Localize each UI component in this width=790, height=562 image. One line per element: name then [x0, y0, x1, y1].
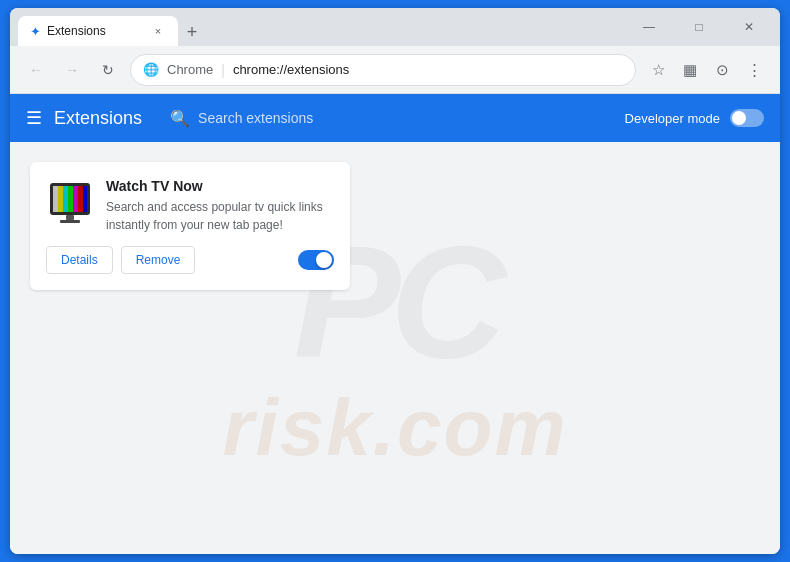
svg-rect-7: [78, 186, 83, 212]
tab-strip: ✦ Extensions × +: [18, 8, 622, 46]
extensions-header: ☰ Extensions 🔍 Developer mode: [10, 94, 780, 142]
secure-icon: 🌐: [143, 62, 159, 77]
address-bar-icons: ☆ ▦ ⊙ ⋮: [644, 56, 768, 84]
search-icon: 🔍: [170, 109, 190, 128]
close-button[interactable]: ✕: [726, 12, 772, 42]
back-button[interactable]: ←: [22, 56, 50, 84]
svg-rect-6: [73, 186, 78, 212]
new-tab-button[interactable]: +: [178, 18, 206, 46]
minimize-button[interactable]: —: [626, 12, 672, 42]
extension-toggle-knob: [316, 252, 332, 268]
extension-name: Watch TV Now: [106, 178, 334, 194]
title-bar: ✦ Extensions × + — □ ✕: [10, 8, 780, 46]
tab-close-button[interactable]: ×: [150, 23, 166, 39]
omnibox[interactable]: 🌐 Chrome | chrome://extensions: [130, 54, 636, 86]
extension-description: Search and access popular tv quick links…: [106, 198, 334, 234]
svg-rect-4: [63, 186, 68, 212]
svg-rect-2: [53, 186, 58, 212]
extension-card-top: Watch TV Now Search and access popular t…: [46, 178, 334, 234]
search-bar[interactable]: 🔍: [170, 109, 398, 128]
tab-label: Extensions: [47, 24, 144, 38]
svg-rect-5: [68, 186, 73, 212]
omnibox-separator: |: [221, 62, 225, 78]
svg-rect-10: [60, 220, 80, 223]
developer-mode-toggle[interactable]: [730, 109, 764, 127]
extension-card-actions: Details Remove: [46, 246, 334, 274]
details-button[interactable]: Details: [46, 246, 113, 274]
extension-info: Watch TV Now Search and access popular t…: [106, 178, 334, 234]
bookmark-button[interactable]: ☆: [644, 56, 672, 84]
tab-extension-icon: ✦: [30, 24, 41, 39]
extension-enable-toggle[interactable]: [298, 250, 334, 270]
extensions-title: Extensions: [54, 108, 142, 129]
extension-card: Watch TV Now Search and access popular t…: [30, 162, 350, 290]
hamburger-menu-icon[interactable]: ☰: [26, 107, 42, 129]
active-tab[interactable]: ✦ Extensions ×: [18, 16, 178, 46]
tv-icon: [48, 181, 92, 223]
forward-button[interactable]: →: [58, 56, 86, 84]
extensions-content: PC risk.com: [10, 142, 780, 554]
reload-button[interactable]: ↻: [94, 56, 122, 84]
browser-window: ✦ Extensions × + — □ ✕ ← → ↻ 🌐 Chrome | …: [10, 8, 780, 554]
site-label: Chrome: [167, 62, 213, 77]
window-controls: — □ ✕: [626, 12, 772, 42]
watermark-risk: risk.com: [222, 382, 567, 474]
url-text: chrome://extensions: [233, 62, 623, 77]
svg-rect-9: [66, 215, 74, 220]
address-bar: ← → ↻ 🌐 Chrome | chrome://extensions ☆ ▦…: [10, 46, 780, 94]
remove-button[interactable]: Remove: [121, 246, 196, 274]
developer-mode-label: Developer mode: [625, 111, 720, 126]
svg-rect-3: [58, 186, 63, 212]
toggle-knob: [732, 111, 746, 125]
svg-rect-8: [83, 186, 87, 212]
chrome-menu-button[interactable]: ⋮: [740, 56, 768, 84]
extension-icon-box: [46, 178, 94, 226]
search-input[interactable]: [198, 110, 398, 126]
maximize-button[interactable]: □: [676, 12, 722, 42]
developer-mode-section: Developer mode: [625, 109, 764, 127]
profile-button[interactable]: ⊙: [708, 56, 736, 84]
screenshot-button[interactable]: ▦: [676, 56, 704, 84]
